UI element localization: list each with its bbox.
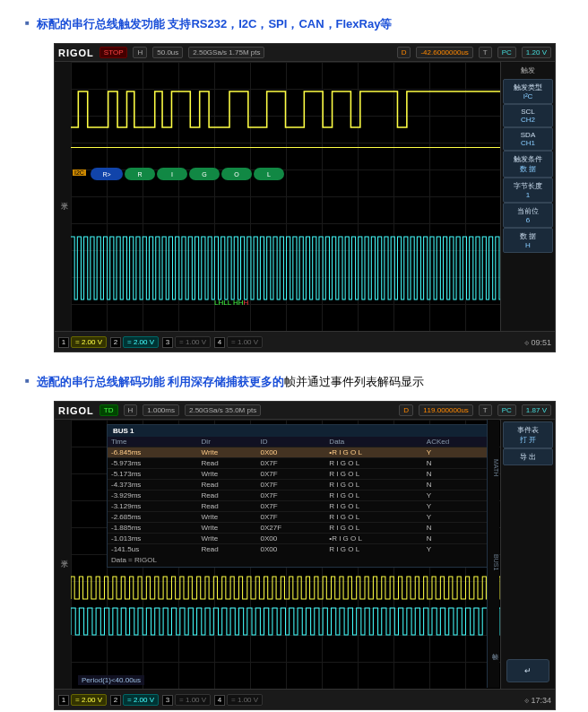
sample-rate: 2.50GSa/s 35.0M pts [185, 404, 261, 416]
bus-title: BUS 1 [108, 425, 496, 437]
decode-frame-4: O [221, 168, 252, 180]
run-td-indicator: TD [99, 404, 118, 416]
channel-3-indicator[interactable]: 3= 1.00 V [162, 694, 211, 706]
menu-button-5[interactable]: 当前位6 [503, 203, 553, 228]
left-label: 水平 [55, 420, 71, 689]
feature-bullet-2: ■ 选配的串行总线解码功能 利用深存储捕获更多的帧并通过事件列表解码显示 [25, 374, 570, 390]
side-tab[interactable]: 补帧 [488, 645, 499, 652]
table-row[interactable]: -6.845msWrite0X00•R I G O LY [108, 447, 496, 458]
trigger-menu-header: 触发 [503, 64, 553, 77]
table-row[interactable]: -1.885msWrite0X27FR I G O LN [108, 523, 496, 534]
h-label: H [124, 404, 138, 416]
channel-2-indicator[interactable]: 2= 2.00 V [110, 694, 159, 706]
side-tab[interactable]: BUS1 [488, 551, 499, 574]
table-row[interactable]: -5.173msWrite0X7FR I G O LN [108, 469, 496, 480]
scope-header: RIGOL STOP H 50.0us 2.50GSa/s 1.75M pts … [55, 44, 555, 62]
oscilloscope-screenshot-1: RIGOL STOP H 50.0us 2.50GSa/s 1.75M pts … [54, 43, 556, 352]
table-row[interactable]: -5.973msRead0X7FR I G O LN [108, 458, 496, 469]
delay-value: -42.6000000us [416, 47, 472, 58]
menu-button-4[interactable]: 字节长度1 [503, 178, 553, 203]
feature-bullet-1: ■ 标配的串行总线触发功能 支持RS232，I2C，SPI，CAN，FlexRa… [25, 16, 570, 32]
side-tab[interactable]: MATH [488, 456, 499, 480]
left-label: 水平 [55, 62, 71, 331]
multi-channel-traces [71, 572, 500, 657]
timebase-value: 1.000ms [143, 404, 179, 416]
oscilloscope-screenshot-2: RIGOL TD H 1.000ms 2.50GSa/s 35.0M pts D… [54, 401, 556, 710]
bullet-icon: ■ [25, 377, 30, 385]
decode-frame-2: I [157, 168, 187, 180]
channel-3-indicator[interactable]: 3= 1.00 V [162, 336, 211, 348]
pc-value: 1.87 V [522, 404, 551, 416]
sample-rate: 2.50GSa/s 1.75M pts [188, 47, 264, 58]
menu-button-3[interactable]: 触发条件数 据 [503, 151, 553, 178]
brand-label: RIGOL [58, 48, 94, 58]
menu-panel: 事件表打 开导 出 ↵ [501, 420, 555, 689]
waveform-display[interactable]: I2C R>RIGOL LHLL HHH [71, 62, 501, 331]
decode-frame-3: G [189, 168, 220, 180]
table-row[interactable]: -2.685msWrite0X7FR I G O LY [108, 512, 496, 523]
channel-2-indicator[interactable]: 2= 2.00 V [110, 336, 159, 348]
usb-icon: ⟐ 09:51 [524, 338, 551, 347]
pc-value: 1.20 V [522, 47, 551, 58]
menu-button-2[interactable]: SDACH1 [503, 127, 553, 151]
delay-label: D [397, 47, 411, 58]
usb-icon: ⟐ 17:34 [524, 696, 551, 705]
decode-event-table[interactable]: TimeDirIDDataACKed -6.845msWrite0X00•R I… [108, 437, 496, 554]
period-measurement: Period(1)<40.00us [78, 675, 144, 685]
pc-label: PC [497, 47, 516, 58]
scope-header: RIGOL TD H 1.000ms 2.50GSa/s 35.0M pts D… [55, 402, 555, 420]
channel-1-trace [71, 87, 500, 132]
channel-2-trace [71, 232, 500, 304]
menu-button-6[interactable]: 数 据H [503, 228, 553, 253]
bit-pattern-label: LHLL HHH [214, 299, 248, 307]
timebase-value: 50.0us [152, 47, 183, 58]
table-header: Dir [198, 437, 257, 447]
waveform-display[interactable]: BUS 1 TimeDirIDDataACKed -6.845msWrite0X… [71, 420, 501, 689]
trigger-menu-panel: 触发 触发类型I²CSCLCH2SDACH1触发条件数 据字节长度1当前位6数 … [501, 62, 555, 331]
trigger-label: T [479, 404, 492, 416]
scope-footer: 1= 2.00 V2= 2.00 V3= 1.00 V4= 1.00 V ⟐ 1… [55, 689, 555, 710]
table-row[interactable]: -4.373msRead0X7FR I G O LN [108, 480, 496, 491]
table-header: Time [108, 437, 198, 447]
table-header: Data [325, 437, 422, 447]
side-tabs: MATHBUS1补帧 [487, 420, 499, 688]
event-table-panel: BUS 1 TimeDirIDDataACKed -6.845msWrite0X… [107, 424, 497, 568]
decode-frames: R>RIGOL [91, 168, 284, 180]
table-row[interactable]: -141.5usRead0X00R I G O LY [108, 544, 496, 555]
menu-button-0[interactable]: 事件表打 开 [503, 421, 553, 448]
channel-4-indicator[interactable]: 4= 1.00 V [214, 336, 263, 348]
i2c-decode-tag: I2C [73, 169, 86, 176]
table-header: ACKed [423, 437, 496, 447]
brand-label: RIGOL [58, 405, 94, 416]
bullet-2-text: 选配的串行总线解码功能 利用深存储捕获更多的帧并通过事件列表解码显示 [37, 374, 425, 390]
h-label: H [133, 47, 147, 58]
table-row[interactable]: -3.929msRead0X7FR I G O LY [108, 491, 496, 501]
table-row[interactable]: -1.013msWrite0X00•R I G O LN [108, 534, 496, 544]
decode-frame-5: L [254, 168, 284, 180]
decode-frame-1: R [125, 168, 155, 180]
menu-button-0[interactable]: 触发类型I²C [503, 79, 553, 104]
menu-button-1[interactable]: SCLCH2 [503, 104, 553, 127]
table-row[interactable]: -3.129msRead0X7FR I G O LY [108, 501, 496, 512]
run-stop-indicator: STOP [99, 47, 128, 58]
delay-value: 119.000000us [419, 404, 473, 416]
channel-1-indicator[interactable]: 1= 2.00 V [58, 336, 107, 348]
bus-footer: Data = RIGOL [108, 554, 496, 566]
channel-4-indicator[interactable]: 4= 1.00 V [214, 694, 263, 706]
delay-label: D [399, 404, 413, 416]
bullet-icon: ■ [25, 19, 30, 27]
decode-frame-0: R> [91, 168, 123, 180]
scope-footer: 1= 2.00 V2= 2.00 V3= 1.00 V4= 1.00 V ⟐ 0… [55, 331, 555, 352]
trigger-label: T [479, 47, 492, 58]
menu-button-1[interactable]: 导 出 [503, 448, 553, 465]
pc-label: PC [497, 404, 516, 416]
enter-button[interactable]: ↵ [506, 659, 549, 682]
bullet-1-text: 标配的串行总线触发功能 支持RS232，I2C，SPI，CAN，FlexRay等 [37, 16, 393, 32]
channel-1-indicator[interactable]: 1= 2.00 V [58, 694, 107, 706]
ch1-ground-ref [71, 147, 500, 148]
table-header: ID [257, 437, 326, 447]
